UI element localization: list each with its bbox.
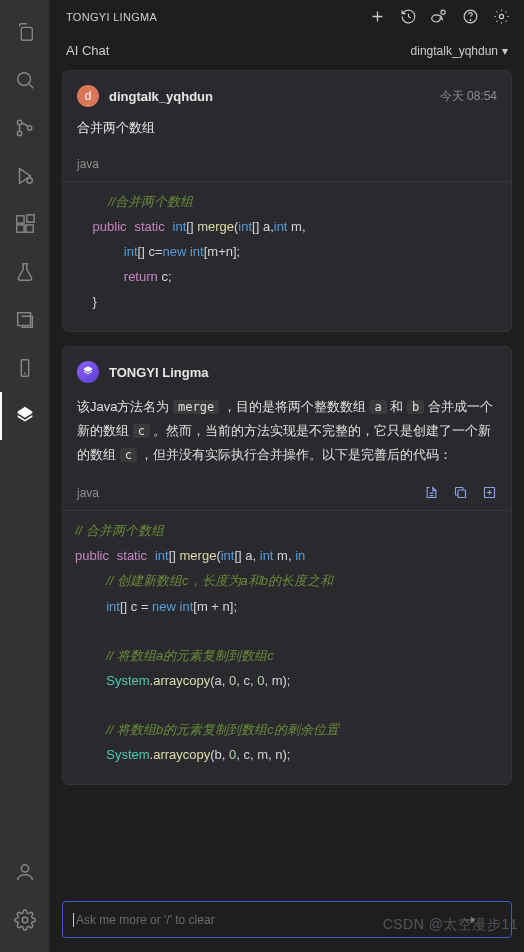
user-avatar: d — [77, 85, 99, 107]
insert-icon[interactable] — [424, 485, 439, 500]
svg-point-13 — [441, 10, 445, 14]
search-icon[interactable] — [0, 56, 50, 104]
code-lang-label: java — [63, 151, 511, 182]
send-icon[interactable]: ➝ — [462, 910, 475, 929]
device-icon[interactable] — [0, 344, 50, 392]
source-control-icon[interactable] — [0, 104, 50, 152]
svg-point-1 — [17, 120, 21, 124]
svg-point-0 — [17, 73, 30, 86]
activity-bar — [0, 0, 50, 952]
panel-header: TONGYI LINGMA — [50, 0, 524, 33]
assistant-code-block: // 合并两个数组 public static int[] merge(int[… — [75, 511, 497, 767]
assistant-code-lang: java — [77, 486, 99, 500]
chevron-down-icon: ▾ — [502, 44, 508, 58]
new-file-icon[interactable] — [482, 485, 497, 500]
library-icon[interactable] — [0, 296, 50, 344]
plus-icon[interactable] — [369, 8, 386, 25]
chat-header: AI Chat dingtalk_yqhdun ▾ — [50, 33, 524, 70]
assistant-code-toolbar: java — [63, 479, 511, 511]
run-debug-icon[interactable] — [0, 152, 50, 200]
account-icon[interactable] — [0, 848, 50, 896]
svg-point-11 — [21, 865, 28, 872]
svg-rect-5 — [16, 216, 23, 223]
current-user: dingtalk_yqhdun — [411, 44, 498, 58]
chat-tab-label[interactable]: AI Chat — [66, 43, 109, 58]
text-cursor — [73, 913, 74, 927]
svg-point-12 — [22, 917, 28, 923]
copy-icon[interactable] — [453, 485, 468, 500]
settings-gear-icon[interactable] — [0, 896, 50, 944]
user-code-block: //合并两个数组 public static int[] merge(int[]… — [77, 182, 497, 315]
input-area: Ask me more or '/' to clear ➝ — [50, 889, 524, 952]
history-icon[interactable] — [400, 8, 417, 25]
help-icon[interactable] — [462, 8, 479, 25]
svg-rect-7 — [25, 225, 32, 232]
svg-rect-8 — [26, 215, 33, 222]
assistant-name: TONGYI Lingma — [109, 365, 208, 380]
input-placeholder: Ask me more or '/' to clear — [76, 913, 215, 927]
svg-rect-6 — [16, 225, 23, 232]
lingma-icon[interactable] — [0, 392, 50, 440]
beaker-icon[interactable] — [0, 248, 50, 296]
gear-icon[interactable] — [493, 8, 510, 25]
svg-rect-9 — [17, 313, 30, 326]
side-panel: TONGYI LINGMA AI Chat dingtalk_yqhdun ▾ … — [50, 0, 524, 952]
user-dropdown[interactable]: dingtalk_yqhdun ▾ — [411, 44, 508, 58]
svg-rect-17 — [458, 490, 466, 498]
assistant-explanation: 该Java方法名为 merge ，目的是将两个整数数组 a 和 b 合并成一个新… — [77, 395, 497, 467]
extensions-icon[interactable] — [0, 200, 50, 248]
user-message-card: d dingtalk_yqhdun 今天 08:54 合并两个数组 java /… — [62, 70, 512, 332]
chat-icon[interactable] — [431, 8, 448, 25]
svg-point-16 — [499, 14, 503, 18]
svg-point-3 — [27, 126, 31, 130]
files-icon[interactable] — [0, 8, 50, 56]
user-name: dingtalk_yqhdun — [109, 89, 213, 104]
assistant-avatar — [77, 361, 99, 383]
chat-body: d dingtalk_yqhdun 今天 08:54 合并两个数组 java /… — [50, 70, 524, 889]
assistant-message-card: TONGYI Lingma 该Java方法名为 merge ，目的是将两个整数数… — [62, 346, 512, 785]
chat-input[interactable]: Ask me more or '/' to clear ➝ — [62, 901, 512, 938]
svg-point-15 — [470, 20, 471, 21]
message-time: 今天 08:54 — [440, 88, 497, 105]
svg-point-4 — [26, 178, 32, 184]
svg-point-2 — [17, 131, 21, 135]
panel-title: TONGYI LINGMA — [66, 11, 157, 23]
user-prompt: 合并两个数组 — [77, 119, 497, 137]
